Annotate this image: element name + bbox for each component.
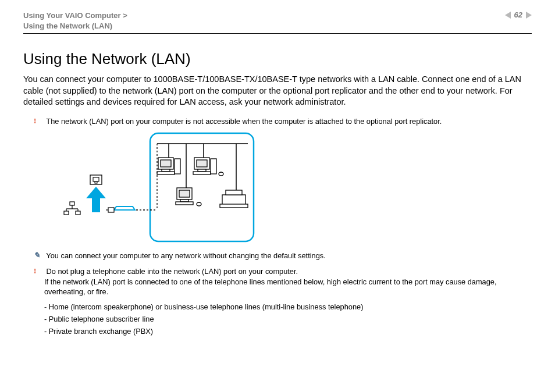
- next-page-icon[interactable]: [526, 12, 532, 19]
- svg-rect-18: [179, 190, 190, 197]
- intro-paragraph: You can connect your computer to 1000BAS…: [23, 74, 532, 108]
- tip-note-1: ✎ You can connect your computer to any n…: [44, 251, 532, 261]
- page-header: Using Your VAIO Computer > Using the Net…: [23, 10, 532, 34]
- svg-rect-24: [220, 204, 248, 208]
- svg-rect-41: [76, 211, 80, 215]
- warning-icon: !: [34, 116, 44, 126]
- svg-marker-31: [86, 187, 106, 198]
- breadcrumb: Using Your VAIO Computer > Using the Net…: [23, 10, 127, 31]
- svg-rect-7: [161, 160, 171, 167]
- document-page: Using Your VAIO Computer > Using the Net…: [0, 0, 555, 392]
- warning-note-2: ! Do not plug a telephone cable into the…: [44, 266, 532, 297]
- svg-point-16: [219, 172, 223, 176]
- svg-rect-33: [93, 177, 99, 181]
- warning-note-2-line-1: Do not plug a telephone cable into the n…: [47, 267, 298, 276]
- svg-point-21: [197, 202, 201, 206]
- list-item: Home (intercom speakerphone) or business…: [44, 302, 532, 311]
- page-nav: 62: [505, 10, 532, 19]
- svg-rect-12: [197, 160, 207, 167]
- tip-icon: ✎: [34, 251, 44, 261]
- svg-rect-30: [92, 197, 100, 212]
- svg-rect-35: [70, 202, 74, 205]
- tip-note-1-text: You can connect your computer to any net…: [46, 251, 325, 260]
- svg-rect-28: [108, 208, 114, 212]
- warning-note-1: ! The network (LAN) port on your compute…: [44, 116, 532, 126]
- svg-rect-9: [157, 172, 175, 174]
- svg-rect-39: [64, 211, 69, 215]
- svg-rect-34: [95, 181, 97, 183]
- svg-rect-23: [226, 190, 242, 195]
- list-item: Private branch exchange (PBX): [44, 327, 532, 336]
- warning-note-1-text: The network (LAN) port on your computer …: [46, 117, 442, 126]
- svg-rect-20: [176, 202, 193, 205]
- svg-rect-14: [193, 172, 211, 174]
- page-title: Using the Network (LAN): [23, 50, 532, 68]
- list-item: Public telephone subscriber line: [44, 315, 532, 323]
- svg-rect-0: [150, 133, 254, 241]
- breadcrumb-line-2: Using the Network (LAN): [23, 21, 127, 31]
- warning-list: Home (intercom speakerphone) or business…: [44, 302, 532, 336]
- warning-icon: !: [34, 266, 44, 276]
- page-number: 62: [514, 10, 522, 19]
- breadcrumb-line-1: Using Your VAIO Computer >: [23, 10, 127, 21]
- svg-rect-15: [211, 159, 216, 174]
- warning-note-2-line-2: If the network (LAN) port is connected t…: [44, 277, 497, 296]
- prev-page-icon[interactable]: [505, 12, 511, 19]
- svg-rect-10: [175, 159, 180, 174]
- network-diagram: [58, 132, 532, 243]
